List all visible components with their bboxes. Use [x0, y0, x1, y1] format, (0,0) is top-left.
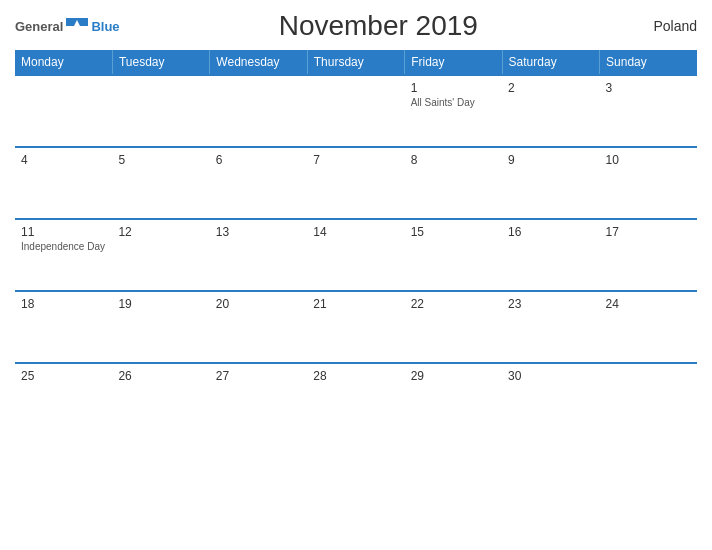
day-number: 1 — [411, 81, 496, 95]
holiday-label: Independence Day — [21, 241, 106, 252]
calendar-cell: 14 — [307, 219, 404, 291]
day-number: 4 — [21, 153, 106, 167]
day-number: 11 — [21, 225, 106, 239]
calendar-cell — [112, 75, 209, 147]
calendar-cell: 12 — [112, 219, 209, 291]
header-saturday: Saturday — [502, 50, 599, 75]
calendar-cell — [210, 75, 307, 147]
day-number: 9 — [508, 153, 593, 167]
country-label: Poland — [637, 18, 697, 34]
day-number: 18 — [21, 297, 106, 311]
calendar-cell: 25 — [15, 363, 112, 435]
logo-flag-icon — [66, 18, 88, 34]
calendar-cell — [600, 363, 697, 435]
day-number: 17 — [606, 225, 691, 239]
calendar-cell: 17 — [600, 219, 697, 291]
calendar-cell: 6 — [210, 147, 307, 219]
calendar-cell — [307, 75, 404, 147]
day-number: 29 — [411, 369, 496, 383]
calendar-cell: 1All Saints' Day — [405, 75, 502, 147]
calendar-cell: 21 — [307, 291, 404, 363]
day-number: 13 — [216, 225, 301, 239]
logo-blue-text: Blue — [91, 19, 119, 34]
calendar-cell: 2 — [502, 75, 599, 147]
calendar-week-row: 11Independence Day121314151617 — [15, 219, 697, 291]
calendar-cell: 3 — [600, 75, 697, 147]
calendar-cell: 5 — [112, 147, 209, 219]
day-number: 19 — [118, 297, 203, 311]
day-number: 23 — [508, 297, 593, 311]
logo-general-text: General — [15, 19, 63, 34]
day-number: 8 — [411, 153, 496, 167]
day-number: 3 — [606, 81, 691, 95]
calendar-cell: 30 — [502, 363, 599, 435]
calendar-cell: 16 — [502, 219, 599, 291]
holiday-label: All Saints' Day — [411, 97, 496, 108]
calendar-cell: 27 — [210, 363, 307, 435]
calendar-page: General Blue November 2019 Poland Monday… — [0, 0, 712, 550]
day-number: 28 — [313, 369, 398, 383]
calendar-cell: 11Independence Day — [15, 219, 112, 291]
day-number: 2 — [508, 81, 593, 95]
calendar-cell: 28 — [307, 363, 404, 435]
calendar-week-row: 1All Saints' Day23 — [15, 75, 697, 147]
calendar-cell: 24 — [600, 291, 697, 363]
weekday-header-row: Monday Tuesday Wednesday Thursday Friday… — [15, 50, 697, 75]
header-tuesday: Tuesday — [112, 50, 209, 75]
calendar-cell: 8 — [405, 147, 502, 219]
day-number: 25 — [21, 369, 106, 383]
day-number: 7 — [313, 153, 398, 167]
day-number: 6 — [216, 153, 301, 167]
calendar-title: November 2019 — [120, 10, 637, 42]
day-number: 16 — [508, 225, 593, 239]
day-number: 30 — [508, 369, 593, 383]
calendar-week-row: 252627282930 — [15, 363, 697, 435]
calendar-cell: 22 — [405, 291, 502, 363]
day-number: 10 — [606, 153, 691, 167]
calendar-cell: 9 — [502, 147, 599, 219]
calendar-cell: 20 — [210, 291, 307, 363]
calendar-cell: 4 — [15, 147, 112, 219]
day-number: 14 — [313, 225, 398, 239]
calendar-cell: 26 — [112, 363, 209, 435]
calendar-cell: 7 — [307, 147, 404, 219]
logo: General Blue — [15, 18, 120, 34]
calendar-cell: 13 — [210, 219, 307, 291]
calendar-cell: 19 — [112, 291, 209, 363]
calendar-cell: 18 — [15, 291, 112, 363]
day-number: 27 — [216, 369, 301, 383]
calendar-cell — [15, 75, 112, 147]
day-number: 24 — [606, 297, 691, 311]
header-wednesday: Wednesday — [210, 50, 307, 75]
calendar-cell: 23 — [502, 291, 599, 363]
calendar-cell: 10 — [600, 147, 697, 219]
header-sunday: Sunday — [600, 50, 697, 75]
day-number: 15 — [411, 225, 496, 239]
calendar-cell: 29 — [405, 363, 502, 435]
header-monday: Monday — [15, 50, 112, 75]
day-number: 20 — [216, 297, 301, 311]
calendar-cell: 15 — [405, 219, 502, 291]
day-number: 21 — [313, 297, 398, 311]
header: General Blue November 2019 Poland — [15, 10, 697, 42]
day-number: 12 — [118, 225, 203, 239]
day-number: 5 — [118, 153, 203, 167]
calendar-week-row: 18192021222324 — [15, 291, 697, 363]
calendar-week-row: 45678910 — [15, 147, 697, 219]
day-number: 22 — [411, 297, 496, 311]
header-friday: Friday — [405, 50, 502, 75]
header-thursday: Thursday — [307, 50, 404, 75]
calendar-table: Monday Tuesday Wednesday Thursday Friday… — [15, 50, 697, 435]
day-number: 26 — [118, 369, 203, 383]
